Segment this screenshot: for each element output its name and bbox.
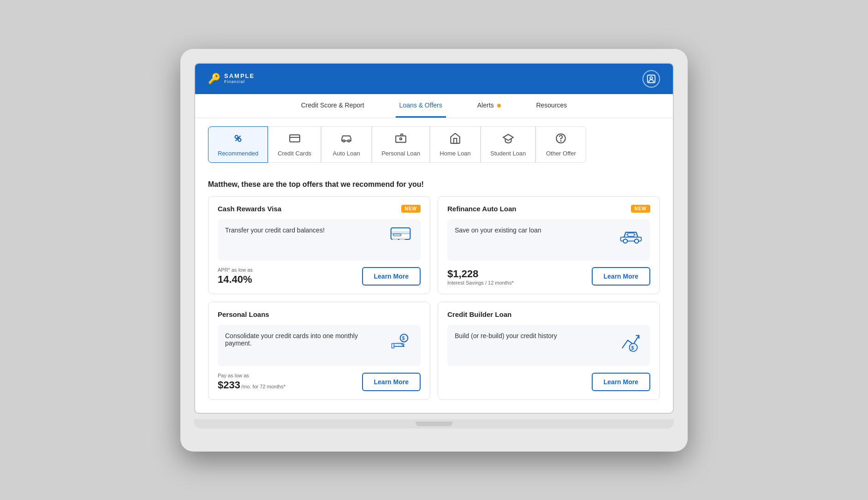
car-offer-icon (619, 226, 643, 249)
svg-rect-17 (392, 238, 398, 239)
svg-point-8 (348, 140, 350, 142)
svg-point-3 (238, 138, 241, 142)
offers-grid: Cash Rewards Visa NEW Transfer your cred… (195, 196, 673, 413)
section-title: Matthew, these are the top offers that w… (195, 171, 673, 196)
credit-card-icon (289, 132, 301, 147)
svg-text:$: $ (402, 336, 405, 341)
percent-icon (232, 132, 244, 147)
main-nav: Credit Score & Report Loans & Offers Ale… (195, 94, 673, 118)
graduation-icon (502, 132, 514, 147)
laptop-screen: 🔑 SAMPLE Financial Credit Score & Report… (194, 63, 674, 414)
svg-rect-16 (391, 233, 410, 234)
offer-metric-value-0: 14.40% (218, 274, 253, 286)
brand-financial: Financial (224, 80, 255, 84)
brand-logo: 🔑 SAMPLE Financial (208, 73, 255, 85)
tab-auto-loan-label: Auto Loan (333, 150, 360, 157)
learn-more-button-3[interactable]: Learn More (592, 373, 650, 391)
svg-point-21 (635, 239, 639, 243)
other-offer-icon (555, 132, 567, 147)
money-hand-icon: $ (390, 332, 413, 357)
svg-point-2 (235, 135, 238, 138)
offer-card-personal-loans: Personal Loans Consolidate your credit c… (208, 302, 430, 400)
offer-desc-2: Consolidate your credit cards into one m… (225, 332, 385, 347)
tab-personal-loan[interactable]: Personal Loan (372, 126, 430, 163)
growth-icon: $ (619, 332, 643, 357)
offer-desc-3: Build (or re-build) your credit history (455, 332, 613, 339)
svg-rect-22 (628, 233, 634, 236)
svg-point-20 (624, 239, 628, 243)
offer-card-cash-rewards: Cash Rewards Visa NEW Transfer your cred… (208, 196, 430, 294)
tab-recommended[interactable]: Recommended (208, 126, 268, 163)
tab-credit-cards-label: Credit Cards (278, 150, 311, 157)
learn-more-button-2[interactable]: Learn More (362, 373, 421, 391)
offer-title-2: Personal Loans (218, 310, 269, 318)
tab-other-offer-label: Other Offer (546, 150, 576, 157)
home-icon (449, 132, 461, 147)
offer-desc-0: Transfer your credit card balances! (225, 226, 385, 234)
offer-metric-sub-2: /mo. for 72 months* (241, 384, 285, 389)
offer-metric-value-2: $233 (218, 379, 240, 391)
personal-loan-icon (395, 132, 407, 147)
laptop-base (194, 419, 674, 429)
laptop-frame: 🔑 SAMPLE Financial Credit Score & Report… (180, 49, 688, 452)
car-icon (340, 132, 352, 147)
offer-metric-value-1: $1,228 (447, 268, 514, 280)
new-badge-1: NEW (631, 205, 650, 213)
offer-metric-label-0: APR* as low as (218, 267, 253, 273)
svg-point-12 (561, 140, 561, 141)
alert-dot (497, 104, 501, 107)
tab-recommended-label: Recommended (218, 150, 258, 157)
tab-home-loan-label: Home Loan (440, 150, 470, 157)
tab-student-loan-label: Student Loan (490, 150, 526, 157)
nav-resources[interactable]: Resources (532, 94, 571, 118)
tab-auto-loan[interactable]: Auto Loan (321, 126, 372, 163)
tab-personal-loan-label: Personal Loan (381, 150, 420, 157)
tab-student-loan[interactable]: Student Loan (481, 126, 535, 163)
nav-credit-score[interactable]: Credit Score & Report (297, 94, 368, 118)
offer-card-auto-loan: Refinance Auto Loan NEW Save on your exi… (438, 196, 660, 294)
tab-other-offer[interactable]: Other Offer (535, 126, 586, 163)
nav-alerts[interactable]: Alerts (474, 94, 505, 118)
category-tabs: Recommended Credit Cards (195, 118, 673, 171)
svg-point-1 (650, 77, 653, 79)
offer-metric-label-2: Pay as low as (218, 373, 285, 378)
nav-loans-offers[interactable]: Loans & Offers (396, 94, 446, 118)
laptop-notch (416, 422, 452, 426)
svg-point-10 (400, 137, 402, 139)
offer-desc-1: Save on your existing car loan (455, 226, 613, 234)
offer-title-3: Credit Builder Loan (447, 310, 511, 318)
offer-metric-sub-1: Interest Savings / 12 months* (447, 280, 514, 286)
tab-credit-cards[interactable]: Credit Cards (268, 126, 321, 163)
tab-home-loan[interactable]: Home Loan (430, 126, 481, 163)
svg-rect-5 (290, 135, 300, 142)
key-icon: 🔑 (208, 73, 220, 85)
credit-card-offer-icon (390, 226, 413, 249)
user-icon-button[interactable] (642, 70, 660, 88)
offer-title-1: Refinance Auto Loan (447, 205, 516, 213)
svg-rect-18 (399, 238, 405, 239)
brand-sample: SAMPLE (224, 73, 255, 79)
learn-more-button-0[interactable]: Learn More (362, 267, 421, 286)
new-badge-0: NEW (401, 205, 421, 213)
svg-text:$: $ (631, 345, 634, 350)
offer-card-credit-builder: Credit Builder Loan Build (or re-build) … (438, 302, 660, 400)
top-bar: 🔑 SAMPLE Financial (195, 64, 673, 94)
svg-rect-9 (396, 136, 406, 142)
svg-point-7 (343, 140, 345, 142)
learn-more-button-1[interactable]: Learn More (592, 267, 650, 286)
offer-title-0: Cash Rewards Visa (218, 205, 281, 213)
